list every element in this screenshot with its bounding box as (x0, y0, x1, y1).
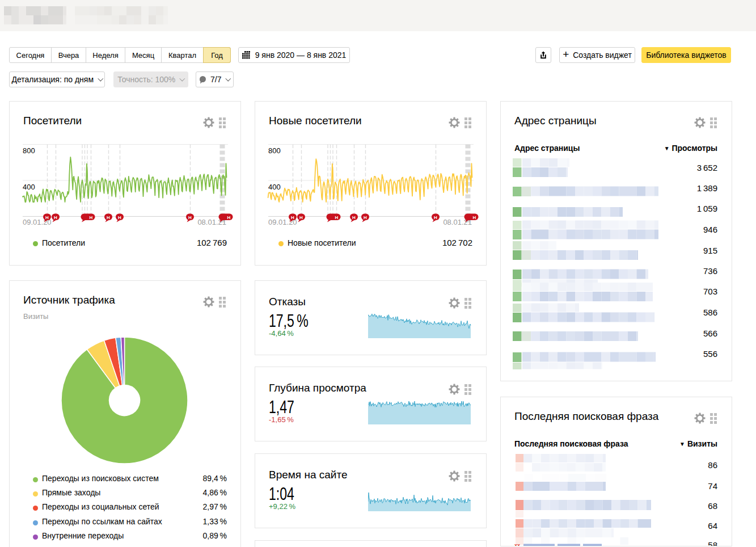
svg-text:H: H (188, 215, 192, 220)
svg-text:xx: xx (514, 542, 520, 546)
svg-text:H: H (364, 215, 367, 220)
svg-text:H: H (473, 215, 476, 220)
svg-text:H: H (352, 215, 356, 220)
svg-text:H: H (118, 215, 121, 220)
svg-text:H: H (434, 215, 437, 220)
svg-text:H: H (335, 215, 339, 220)
svg-text:H: H (45, 215, 49, 220)
svg-text:H: H (227, 215, 231, 220)
svg-text:H: H (54, 215, 57, 220)
svg-text:H: H (107, 215, 110, 220)
svg-text:H: H (291, 215, 294, 220)
svg-text:H: H (90, 215, 93, 220)
svg-text:H: H (299, 215, 303, 220)
